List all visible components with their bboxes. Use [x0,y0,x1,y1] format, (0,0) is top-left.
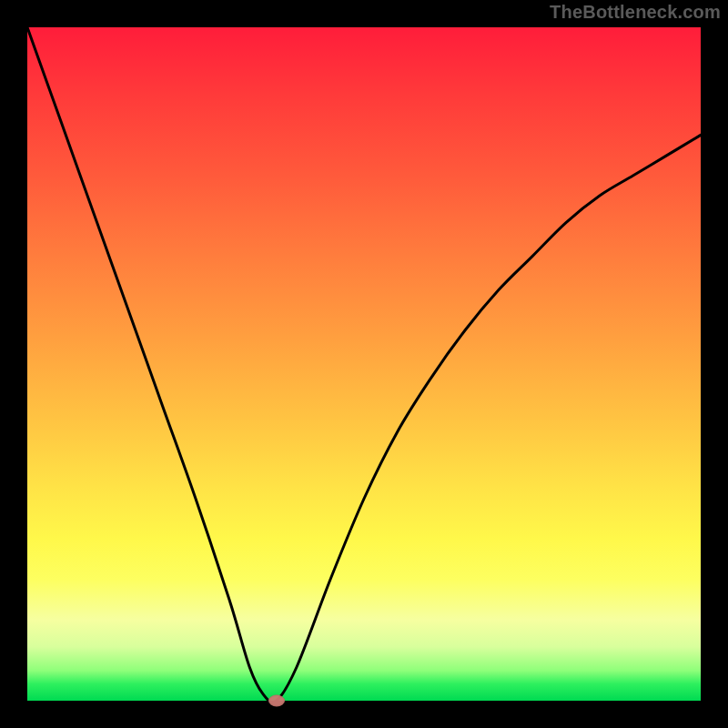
watermark-text: TheBottleneck.com [550,2,721,23]
plot-area [27,27,701,701]
chart-stage: TheBottleneck.com [0,0,728,728]
curve-layer [27,27,701,701]
bottleneck-curve [27,27,701,701]
min-marker [268,695,285,707]
